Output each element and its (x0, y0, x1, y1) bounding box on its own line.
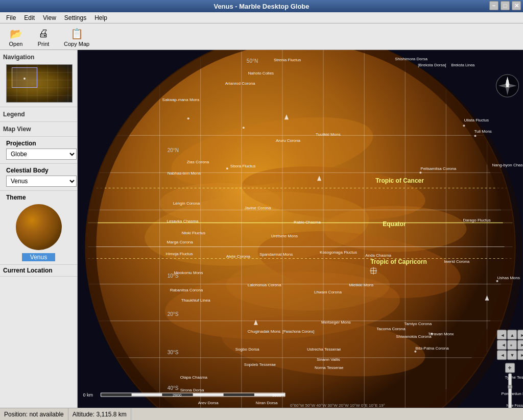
svg-text:Arev Dorsa: Arev Dorsa (198, 401, 219, 405)
svg-text:Lesavka Chasma: Lesavka Chasma (167, 219, 199, 224)
open-icon: 📂 (9, 27, 23, 41)
svg-text:Sirona Dorsa: Sirona Dorsa (180, 388, 204, 392)
svg-rect-196 (508, 385, 512, 388)
svg-point-149 (243, 127, 245, 129)
current-location-section: Current Location (0, 265, 77, 277)
svg-rect-162 (101, 393, 131, 396)
svg-text:Bibi-Patna Corona: Bibi-Patna Corona (415, 346, 449, 351)
window-title: Venus - Marble Desktop Globe (213, 3, 309, 10)
svg-text:Lengin Corona: Lengin Corona (173, 201, 200, 206)
svg-point-156 (414, 351, 416, 353)
svg-text:Tropic of Capricorn: Tropic of Capricorn (370, 258, 427, 265)
svg-text:Niran Dorsa: Niran Dorsa (256, 401, 278, 405)
svg-text:Olapa Chasma: Olapa Chasma (180, 375, 208, 380)
svg-text:2800: 2800 (173, 393, 182, 398)
svg-text:Shiwanokia Corona: Shiwanokia Corona (396, 334, 432, 339)
globe-svg: N 50°N 20°N 10°S 20°S 30°S 40°S Tropic o… (78, 50, 523, 408)
svg-text:Sinann Vallis: Sinann Vallis (317, 357, 340, 362)
celestial-body-section: Celestial Body Venus Earth Mars Moon (0, 164, 77, 191)
svg-text:20°S: 20°S (168, 311, 179, 317)
svg-text:40°S: 40°S (168, 385, 179, 391)
menu-help[interactable]: Help (90, 13, 111, 22)
svg-text:[Parachona Corons]: [Parachona Corons] (282, 330, 314, 334)
copy-map-icon: 📋 (69, 27, 84, 41)
svg-text:◄: ◄ (501, 333, 505, 338)
copy-map-button[interactable]: 📋 Copy Map (59, 24, 94, 50)
svg-text:Chuginadak Mons: Chuginadak Mons (248, 329, 280, 334)
svg-text:+: + (508, 364, 512, 372)
theme-label: Theme (3, 193, 74, 201)
svg-text:Himoja Fluctus: Himoja Fluctus (166, 252, 193, 256)
planet-preview (16, 204, 62, 250)
svg-text:Peitsamitsa Corona: Peitsamitsa Corona (420, 166, 456, 171)
svg-point-155 (496, 280, 498, 282)
thumbnail-map[interactable] (6, 64, 73, 103)
minimize-button[interactable]: − (489, 1, 498, 10)
svg-rect-195 (509, 374, 512, 408)
navigation-title[interactable]: Navigation (3, 52, 74, 62)
svg-text:Nahoto Colles: Nahoto Colles (248, 71, 274, 76)
svg-text:Sbora Fluctus: Sbora Fluctus (230, 164, 255, 168)
altitude-value: 3,115.8 km (96, 411, 126, 418)
print-label: Print (38, 41, 50, 47)
svg-text:Mertseger Mons: Mertseger Mons (321, 320, 351, 325)
map-area[interactable]: N 50°N 20°N 10°S 20°S 30°S 40°S Tropic o… (78, 50, 523, 408)
svg-text:Darago Fluctus: Darago Fluctus (463, 218, 490, 223)
svg-text:Iwerid Corona: Iwerid Corona (444, 259, 469, 264)
open-button[interactable]: 📂 Open (4, 24, 28, 50)
open-label: Open (9, 41, 23, 47)
map-view-title[interactable]: Map View (3, 124, 74, 134)
sidebar: Navigation (0, 50, 78, 408)
svg-text:▼: ▼ (510, 353, 515, 358)
status-bar: Position: not available Altitude: 3,115.… (0, 408, 523, 420)
svg-text:Sakwap-mana Mons: Sakwap-mana Mons (162, 97, 200, 102)
menu-edit[interactable]: Edit (20, 13, 39, 22)
svg-point-157 (431, 333, 433, 335)
planet-label: Venus (22, 253, 55, 261)
toolbar: 📂 Open 🖨 Print 📋 Copy Map (0, 23, 523, 50)
svg-text:Sopdeb Tesserae: Sopdeb Tesserae (244, 362, 276, 367)
svg-text:Strenia Fluctus: Strenia Fluctus (274, 58, 301, 62)
svg-text:Tropic of Cancer: Tropic of Cancer (375, 177, 424, 184)
menu-view[interactable]: View (39, 13, 60, 22)
menu-settings[interactable]: Settings (60, 13, 90, 22)
maximize-button[interactable]: □ (501, 1, 510, 10)
position-label: Position: (4, 411, 28, 418)
svg-text:Kosogonaga Fluctus: Kosogonaga Fluctus (320, 250, 357, 255)
main-layout: Navigation (0, 50, 523, 408)
svg-text:▲: ▲ (510, 333, 515, 338)
svg-text:Rabanitsa Corona: Rabanitsa Corona (170, 288, 203, 292)
svg-text:20°N: 20°N (168, 147, 179, 153)
svg-point-22 (323, 206, 466, 252)
svg-text:Nang-byon Chasma: Nang-byon Chasma (492, 163, 523, 167)
compass-rose: N (496, 75, 519, 97)
svg-text:►: ► (520, 342, 523, 348)
projection-select[interactable]: Globe Mercator Equirectangular (6, 149, 77, 160)
print-icon: 🖨 (36, 27, 51, 41)
svg-text:Tuli Mons: Tuli Mons (474, 129, 491, 134)
thumbnail-globe (7, 65, 72, 102)
svg-text:Javine Corona: Javine Corona (245, 206, 271, 210)
legend-title[interactable]: Legend (3, 109, 74, 119)
svg-text:Ullata Fluctus: Ullata Fluctus (464, 118, 488, 122)
celestial-body-select[interactable]: Venus Earth Mars Moon (6, 176, 77, 187)
close-button[interactable]: ✕ (512, 1, 521, 10)
title-bar: Venus - Marble Desktop Globe − □ ✕ (0, 0, 523, 12)
menu-file[interactable]: File (2, 13, 20, 22)
svg-text:Anda Chasma: Anda Chasma (365, 253, 391, 258)
svg-text:Arianrod Corona: Arianrod Corona (225, 81, 255, 86)
menu-bar: File Edit View Settings Help (0, 12, 523, 23)
svg-point-152 (419, 171, 421, 174)
globe-container: N 50°N 20°N 10°S 20°S 30°S 40°S Tropic o… (78, 50, 523, 408)
svg-text:►: ► (520, 333, 523, 338)
svg-text:Ntoki Fluctus: Ntoki Fluctus (182, 231, 205, 235)
svg-text:Aruru Corona: Aruru Corona (276, 138, 301, 143)
svg-text:Spandarmat Mons: Spandarmat Mons (259, 252, 293, 257)
svg-text:Thaukhiuf Linea: Thaukhiuf Linea (181, 298, 210, 303)
print-button[interactable]: 🖨 Print (32, 24, 55, 50)
window-controls[interactable]: − □ ✕ (489, 1, 521, 10)
svg-text:Breksta Linea: Breksta Linea (451, 63, 475, 67)
map-view-section: Map View (0, 122, 77, 137)
svg-text:Uretsete Mons: Uretsete Mons (271, 234, 298, 238)
svg-text:●: ● (510, 343, 513, 348)
